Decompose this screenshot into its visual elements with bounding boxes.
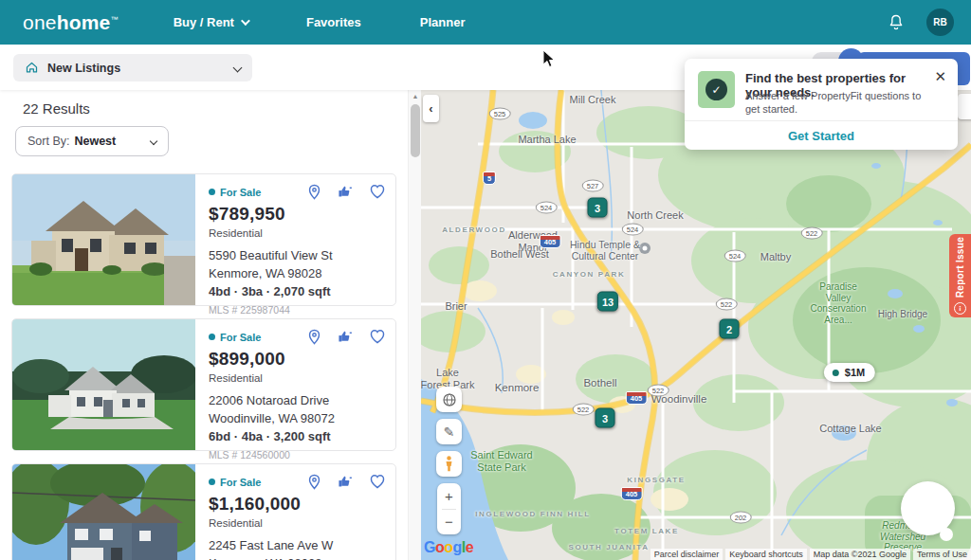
pencil-icon: ✎ (444, 425, 455, 440)
sort-dropdown[interactable]: Sort By: Newest (15, 126, 169, 156)
map-cluster-marker[interactable]: 13 (597, 292, 618, 312)
onehome-logo[interactable]: onehome™ (23, 11, 119, 34)
google-logo[interactable]: Google (424, 539, 473, 556)
route-shield: 524 (724, 250, 746, 262)
map-area-label: KINGSGATE (627, 476, 685, 484)
map-place-label: Bothell West (490, 248, 549, 261)
results-panel: 22 Results Sort By: Newest For Sale $789… (0, 90, 408, 560)
status-badge: For Sale (209, 187, 261, 198)
thumbs-feedback-icon[interactable] (337, 474, 355, 490)
sort-value: Newest (74, 135, 116, 148)
listing-specs: 6bd · 4ba · 3,200 sqft (209, 429, 386, 443)
interstate-shield: 405 (626, 391, 648, 405)
map-place-label: North Creek (627, 209, 683, 222)
keyboard-shortcuts-link[interactable]: Keyboard shortcuts (725, 549, 807, 560)
map-city-label: Bothell (583, 377, 616, 389)
map-place-label: Brier (445, 300, 467, 313)
map-area-label: INGLEWOOD FINN HILL (475, 510, 591, 518)
listing-card[interactable]: For Sale $899,000 Residential 22006 Nota… (11, 318, 396, 451)
map-terrain (421, 90, 971, 560)
thumbs-feedback-icon[interactable] (337, 329, 355, 345)
parcel-disclaimer-link[interactable]: Parcel disclaimer (650, 549, 724, 560)
report-issue-tab[interactable]: Report Issue ! (949, 234, 971, 317)
route-shield: 524 (536, 202, 558, 214)
street-view-pegman[interactable] (436, 451, 462, 477)
favorite-heart-icon[interactable] (369, 184, 386, 199)
nav-buy-rent[interactable]: Buy / Rent (174, 15, 247, 29)
status-dot-icon (209, 479, 215, 485)
propertyfit-popup: ✓ Find the best properties for your need… (685, 59, 958, 150)
route-shield: 527 (582, 180, 604, 192)
terms-of-use-link[interactable]: Terms of Use (913, 549, 971, 560)
zoom-out-button[interactable]: − (437, 510, 461, 535)
collapse-panel-button[interactable]: ‹ (423, 95, 439, 122)
map-cluster-marker[interactable]: 2 (720, 319, 740, 339)
scrollbar-thumb[interactable] (411, 104, 420, 157)
listing-city: Kenmore, WA 98028 (209, 556, 386, 560)
nav-planner[interactable]: Planner (420, 15, 466, 29)
map-area-label: ALDERWOOD (442, 226, 506, 234)
interstate-shield: 405 (540, 235, 561, 248)
scroll-up-arrow-icon[interactable]: ▲ (409, 90, 422, 102)
map-cluster-marker[interactable]: 3 (595, 408, 615, 428)
chat-widget-notch (940, 528, 953, 541)
map-pin-icon[interactable] (306, 184, 322, 200)
status-badge: For Sale (209, 477, 261, 488)
listing-price: $1,160,000 (209, 494, 386, 515)
listing-type: Residential (209, 227, 386, 239)
listing-type: Residential (209, 517, 386, 529)
route-shield: 525 (489, 108, 511, 120)
map-area-label: TOTEM LAKE (614, 527, 679, 535)
listing-card[interactable]: For Sale $789,950 Residential 5590 Beaut… (11, 173, 396, 306)
home-icon (25, 61, 39, 75)
map-cluster-marker[interactable]: 3 (588, 198, 608, 218)
listing-price: $789,950 (209, 204, 386, 225)
status-badge: For Sale (209, 332, 261, 343)
favorite-heart-icon[interactable] (369, 474, 386, 489)
map-canvas[interactable]: Mill Creek Martha Lake ALDERWOOD Alderwo… (421, 90, 971, 560)
thumbs-feedback-icon[interactable] (337, 184, 355, 200)
map-park-label: Paradise Valley Conservation Area... (811, 281, 867, 325)
listing-card[interactable]: For Sale $1,160,000 Residential 2245 Fas… (11, 463, 396, 560)
status-dot-icon (209, 334, 215, 340)
map-price-marker[interactable]: $1M (824, 363, 875, 382)
listing-price: $899,000 (209, 349, 386, 370)
map-pin-icon[interactable] (306, 329, 322, 345)
interstate-shield: 5 (483, 172, 496, 185)
listing-photo[interactable] (12, 464, 195, 560)
favorite-heart-icon[interactable] (369, 329, 386, 344)
zoom-control: + − (437, 483, 461, 534)
listing-type: Residential (209, 372, 386, 384)
saved-search-dropdown[interactable]: New Listings (13, 54, 252, 81)
get-started-link[interactable]: Get Started (685, 129, 958, 143)
map-place-label: Maltby (760, 251, 791, 263)
close-icon[interactable]: ✕ (934, 68, 946, 85)
listing-specs: 4bd · 3ba · 2,070 sqft (209, 284, 386, 298)
listing-city: Woodinville, WA 98072 (209, 411, 386, 425)
map-draw-button[interactable]: ✎ (436, 419, 462, 444)
saved-search-label: New Listings (47, 62, 120, 75)
map-attribution: Parcel disclaimer Keyboard shortcuts Map… (650, 549, 971, 560)
chevron-left-icon: ‹ (429, 101, 432, 116)
route-shield: 524 (622, 224, 644, 236)
map-layers-button[interactable] (436, 387, 462, 412)
route-shield: 522 (801, 227, 823, 240)
route-shield: 522 (716, 298, 738, 311)
results-scrollbar[interactable]: ▲ (408, 90, 421, 560)
listing-mls: MLS # 225987044 (209, 304, 386, 316)
route-shield: 202 (730, 512, 752, 524)
chevron-down-icon (150, 137, 157, 145)
globe-icon (442, 392, 457, 407)
zoom-in-button[interactable]: + (437, 483, 461, 509)
listing-address: 2245 Fast Lane Ave W (209, 538, 386, 552)
listing-photo[interactable] (12, 174, 195, 305)
map-corner-control[interactable] (958, 94, 971, 119)
listing-address: 22006 Notaroad Drive (209, 393, 386, 407)
notifications-bell-icon[interactable] (887, 13, 906, 32)
chevron-down-icon (241, 16, 250, 26)
user-avatar[interactable]: RB (926, 9, 954, 36)
listing-photo[interactable] (12, 319, 195, 450)
listing-city: Kenmore, WA 98028 (209, 266, 386, 280)
map-pin-icon[interactable] (306, 474, 322, 490)
nav-favorites[interactable]: Favorites (306, 15, 361, 29)
